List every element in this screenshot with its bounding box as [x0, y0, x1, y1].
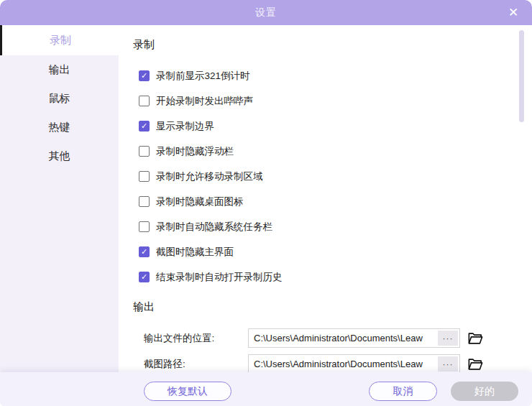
restore-defaults-button[interactable]: 恢复默认 [144, 382, 231, 401]
checkbox-label: 录制时隐藏浮动栏 [156, 145, 234, 158]
checkbox-row-open-history[interactable]: ✓ 结束录制时自动打开录制历史 [139, 264, 532, 290]
checkbox-label: 录制前显示321倒计时 [156, 70, 250, 83]
checkbox[interactable]: ✓ [139, 70, 150, 81]
checkbox[interactable]: ✓ [139, 121, 150, 132]
checkbox-row-hide-taskbar[interactable]: ✓ 录制时自动隐藏系统任务栏 [139, 214, 532, 239]
sidebar-item-label: 录制 [50, 34, 71, 47]
checkbox-label: 显示录制边界 [156, 120, 214, 133]
close-icon[interactable]: ✕ [500, 0, 526, 25]
output-location-row: 输出文件的位置: ··· [144, 328, 532, 348]
settings-content: 录制 ✓ 录制前显示321倒计时 ✓ 开始录制时发出哔哔声 ✓ 显示录制边界 ✓… [119, 25, 532, 372]
screenshot-path-input[interactable] [249, 355, 438, 372]
titlebar: 设置 ✕ [0, 0, 532, 25]
sidebar-item-label: 热键 [49, 121, 70, 134]
sidebar-item-mouse[interactable]: 鼠标 [0, 84, 119, 113]
checkbox[interactable]: ✓ [139, 221, 150, 232]
browse-ellipsis-button[interactable]: ··· [438, 331, 458, 346]
browse-ellipsis-button[interactable]: ··· [438, 356, 458, 372]
checkbox-row-countdown[interactable]: ✓ 录制前显示321倒计时 [139, 63, 532, 88]
screenshot-path-row: 截图路径: ··· [144, 354, 532, 372]
checkbox-label: 开始录制时发出哔哔声 [156, 95, 253, 108]
checkbox-row-hide-main-ui[interactable]: ✓ 截图时隐藏主界面 [139, 239, 532, 264]
scrollbar-thumb[interactable] [519, 30, 524, 122]
sidebar-item-label: 输出 [49, 63, 70, 77]
checkbox-row-hide-desktop-icons[interactable]: ✓ 录制时隐藏桌面图标 [139, 189, 532, 214]
checkbox-row-boundary[interactable]: ✓ 显示录制边界 [139, 114, 532, 139]
record-checkbox-list: ✓ 录制前显示321倒计时 ✓ 开始录制时发出哔哔声 ✓ 显示录制边界 ✓ 录制… [139, 63, 532, 290]
output-location-input[interactable] [249, 329, 438, 347]
check-icon: ✓ [141, 122, 147, 130]
checkbox-label: 录制时自动隐藏系统任务栏 [156, 221, 272, 234]
sidebar-item-label: 鼠标 [49, 92, 70, 106]
check-icon: ✓ [141, 248, 147, 256]
sidebar-item-label: 其他 [49, 149, 70, 163]
output-location-label: 输出文件的位置: [144, 332, 248, 345]
cancel-button[interactable]: 取消 [369, 382, 437, 401]
ok-button[interactable]: 好的 [451, 382, 518, 401]
sidebar: 录制 输出 鼠标 热键 其他 [0, 25, 119, 406]
sidebar-item-record[interactable]: 录制 [0, 25, 119, 55]
footer-bar: 恢复默认 取消 好的 [0, 372, 532, 406]
sidebar-item-output[interactable]: 输出 [0, 55, 119, 84]
checkbox-label: 录制时允许移动录制区域 [156, 170, 263, 183]
checkbox[interactable]: ✓ [139, 196, 150, 207]
open-folder-icon[interactable] [467, 330, 484, 347]
checkbox-label: 结束录制时自动打开录制历史 [156, 271, 283, 284]
output-section-title: 输出 [133, 300, 532, 314]
checkbox[interactable]: ✓ [139, 171, 150, 182]
checkbox[interactable]: ✓ [139, 246, 150, 257]
check-icon: ✓ [141, 273, 147, 281]
checkbox-row-move-region[interactable]: ✓ 录制时允许移动录制区域 [139, 164, 532, 189]
checkbox-label: 录制时隐藏桌面图标 [156, 195, 244, 208]
settings-dialog: 设置 ✕ 录制 输出 鼠标 热键 其他 录制 ✓ 录制前显示321倒计时 ✓ [0, 0, 532, 406]
screenshot-path-box: ··· [248, 354, 460, 372]
checkbox-row-hide-floatbar[interactable]: ✓ 录制时隐藏浮动栏 [139, 139, 532, 164]
screenshot-path-label: 截图路径: [144, 358, 248, 371]
checkbox[interactable]: ✓ [139, 272, 150, 282]
checkbox[interactable]: ✓ [139, 146, 150, 157]
output-location-box: ··· [248, 328, 460, 348]
sidebar-item-other[interactable]: 其他 [0, 142, 119, 170]
checkbox-label: 截图时隐藏主界面 [156, 246, 234, 259]
check-icon: ✓ [141, 72, 147, 80]
record-section-title: 录制 [133, 38, 532, 52]
sidebar-item-hotkeys[interactable]: 热键 [0, 113, 119, 142]
checkbox[interactable]: ✓ [139, 96, 150, 106]
checkbox-row-beep[interactable]: ✓ 开始录制时发出哔哔声 [139, 88, 532, 114]
dialog-title: 设置 [255, 6, 277, 19]
output-section: 输出 输出文件的位置: ··· 截图路径: ··· [133, 300, 532, 372]
open-folder-icon[interactable] [467, 356, 484, 373]
